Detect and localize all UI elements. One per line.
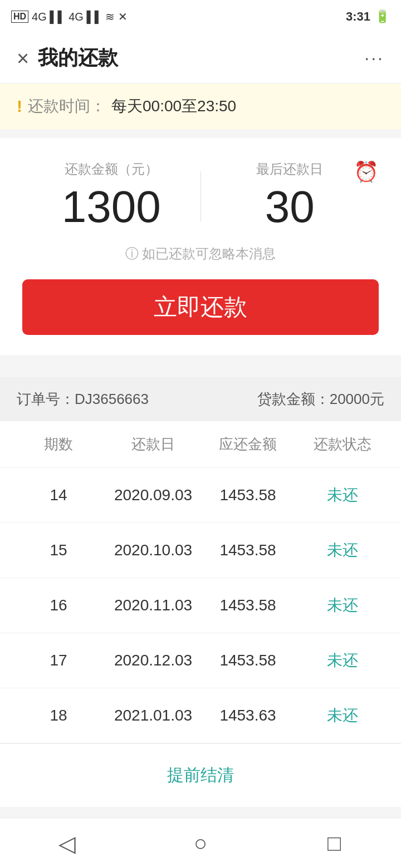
cell-status-3[interactable]: 未还: [295, 650, 390, 671]
repay-duedate-col: 最后还款日 30: [201, 160, 379, 229]
alarm-icon: ⏰: [354, 160, 379, 184]
cell-date-1: 2020.10.03: [106, 541, 200, 559]
cell-date-0: 2020.09.03: [106, 486, 200, 504]
cell-status-2[interactable]: 未还: [295, 595, 390, 616]
cell-period-1: 15: [11, 541, 106, 559]
back-button[interactable]: ◁: [45, 827, 89, 860]
notice-warning-icon: !: [17, 97, 22, 116]
more-options-icon[interactable]: ···: [364, 48, 384, 68]
table-row: 17 2020.12.03 1453.58 未还: [0, 633, 401, 688]
section-gap-2: [0, 366, 401, 377]
table-header-row: 期数 还款日 应还金额 还款状态: [0, 421, 401, 468]
close-icon[interactable]: ×: [17, 48, 29, 69]
repay-amount-label: 还款金额（元）: [65, 160, 158, 178]
repay-card: 还款金额（元） 1300 最后还款日 30 ⏰ ⓘ 如已还款可忽略本消息 立即还…: [0, 138, 401, 355]
status-bar-left: HD 4G ▌▌ 4G ▌▌ ≋ ✕: [11, 10, 128, 23]
notice-bar: ! 还款时间： 每天00:00至23:50: [0, 83, 401, 129]
home-button[interactable]: ○: [178, 827, 223, 860]
cell-status-4[interactable]: 未还: [295, 705, 390, 726]
col-amount: 应还金额: [200, 435, 295, 454]
cell-date-4: 2021.01.03: [106, 707, 200, 724]
clock-status: 3:31: [346, 9, 370, 24]
status-bar: HD 4G ▌▌ 4G ▌▌ ≋ ✕ 3:31 🔋: [0, 0, 401, 33]
battery-icon: 🔋: [375, 9, 390, 24]
repay-amount-value: 1300: [62, 185, 161, 229]
order-info-bar: 订单号：DJ3656663 贷款金额：20000元: [0, 377, 401, 421]
repayment-table: 期数 还款日 应还金额 还款状态 14 2020.09.03 1453.58 未…: [0, 421, 401, 807]
cell-amount-3: 1453.58: [200, 652, 295, 669]
cell-date-2: 2020.11.03: [106, 596, 200, 614]
table-row: 18 2021.01.03 1453.63 未还: [0, 688, 401, 743]
table-row: 16 2020.11.03 1453.58 未还: [0, 578, 401, 633]
cell-period-3: 17: [11, 652, 106, 669]
hd-icon: HD: [11, 11, 28, 23]
loan-amount-label: 贷款金额：: [257, 391, 330, 407]
repay-note: ⓘ 如已还款可忽略本消息: [22, 245, 379, 263]
table-row: 14 2020.09.03 1453.58 未还: [0, 468, 401, 523]
repay-duedate-label: 最后还款日: [256, 160, 323, 178]
loan-amount-value: 20000元: [330, 391, 384, 407]
recents-button[interactable]: □: [312, 827, 356, 860]
bottom-nav: ◁ ○ □: [0, 818, 401, 868]
page-title: 我的还款: [38, 45, 118, 72]
cell-date-3: 2020.12.03: [106, 652, 200, 669]
notice-label: 还款时间：: [28, 96, 106, 117]
nav-bar: × 我的还款 ···: [0, 33, 401, 83]
col-status: 还款状态: [295, 435, 390, 454]
cell-period-0: 14: [11, 486, 106, 504]
repay-info-row: 还款金额（元） 1300 最后还款日 30 ⏰: [22, 160, 379, 229]
cell-period-4: 18: [11, 707, 106, 724]
repay-now-button[interactable]: 立即还款: [22, 279, 379, 335]
cell-period-2: 16: [11, 596, 106, 614]
notice-time-value: 每天00:00至23:50: [111, 96, 236, 117]
order-no: 订单号：DJ3656663: [17, 389, 149, 409]
repay-note-text: 如已还款可忽略本消息: [142, 245, 276, 263]
order-no-value: DJ3656663: [75, 391, 149, 407]
early-settlement-button[interactable]: 提前结清: [0, 743, 401, 807]
status-bar-right: 3:31 🔋: [346, 9, 390, 24]
col-period: 期数: [11, 435, 106, 454]
cell-amount-2: 1453.58: [200, 596, 295, 614]
signal-icons: 4G ▌▌ 4G ▌▌ ≋ ✕: [32, 10, 128, 23]
section-gap: [0, 355, 401, 366]
repay-duedate-value: 30: [265, 185, 315, 229]
nav-bar-left[interactable]: × 我的还款: [17, 45, 118, 72]
cell-amount-1: 1453.58: [200, 541, 295, 559]
cell-amount-0: 1453.58: [200, 486, 295, 504]
col-date: 还款日: [106, 435, 200, 454]
cell-status-1[interactable]: 未还: [295, 540, 390, 561]
cell-amount-4: 1453.63: [200, 707, 295, 724]
table-row: 15 2020.10.03 1453.58 未还: [0, 523, 401, 578]
order-no-label: 订单号：: [17, 391, 75, 407]
info-icon: ⓘ: [125, 245, 139, 263]
repay-amount-col: 还款金额（元） 1300: [22, 160, 200, 229]
cell-status-0[interactable]: 未还: [295, 485, 390, 506]
loan-amount: 贷款金额：20000元: [257, 389, 384, 409]
